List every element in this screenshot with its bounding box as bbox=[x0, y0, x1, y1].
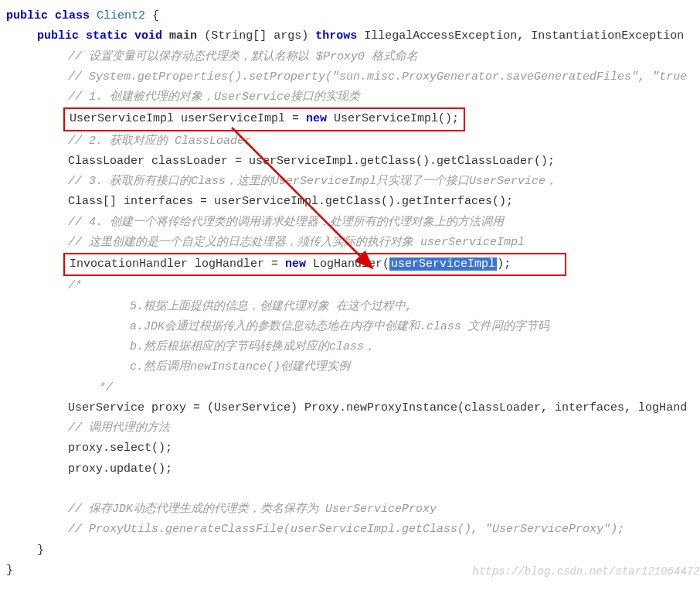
brace: } bbox=[6, 541, 700, 561]
keyword-public: public bbox=[6, 9, 48, 22]
code-line: proxy.select(); bbox=[6, 438, 700, 459]
code-line: ClassLoader classLoader = userServiceImp… bbox=[6, 152, 700, 172]
code-line: InvocationHandler logHandler = new LogHa… bbox=[6, 253, 700, 276]
comment: // 4. 创建一个将传给代理类的调用请求处理器，处理所有的代理对象上的方法调用 bbox=[6, 213, 700, 233]
code-line: public class Client2 { bbox=[6, 9, 159, 22]
comment: /* bbox=[6, 276, 700, 296]
brace: } bbox=[6, 564, 13, 577]
code-line: public static void main (String[] args) … bbox=[6, 26, 700, 46]
blank-line bbox=[6, 479, 700, 500]
comment: 5.根据上面提供的信息，创建代理对象 在这个过程中, bbox=[6, 297, 700, 317]
comment: // ProxyUtils.generateClassFile(userServ… bbox=[6, 520, 700, 540]
comment: // 这里创建的是一个自定义的日志处理器，须传入实际的执行对象 userServ… bbox=[6, 233, 700, 253]
highlight-box-2: InvocationHandler logHandler = new LogHa… bbox=[63, 253, 566, 276]
class-name: Client2 bbox=[97, 9, 145, 22]
watermark: https://blog.csdn.net/star1210644725 bbox=[473, 562, 700, 581]
code-line: UserService proxy = (UserService) Proxy.… bbox=[6, 398, 700, 418]
comment: // 调用代理的方法 bbox=[6, 418, 700, 438]
comment: c.然后调用newInstance()创建代理实例 bbox=[6, 357, 700, 377]
comment: a.JDK会通过根据传入的参数信息动态地在内存中创建和.class 文件同的字节… bbox=[6, 317, 700, 337]
code-line: Class[] interfaces = userServiceImpl.get… bbox=[6, 192, 700, 212]
comment: // 2. 获取对应的 ClassLoader bbox=[6, 131, 700, 152]
code-line: UserServiceImpl userServiceImpl = new Us… bbox=[6, 107, 700, 131]
comment: // 保存JDK动态代理生成的代理类，类名保存为 UserServiceProx… bbox=[6, 500, 700, 520]
comment: b.然后根据相应的字节码转换成对应的class， bbox=[6, 337, 700, 357]
keyword-class: class bbox=[55, 9, 90, 22]
comment: // 设置变量可以保存动态代理类，默认名称以 $Proxy0 格式命名 bbox=[6, 47, 700, 67]
comment: */ bbox=[6, 378, 700, 398]
comment: // 3. 获取所有接口的Class，这里的UserServiceImpl只实现… bbox=[6, 172, 700, 192]
highlight-box-1: UserServiceImpl userServiceImpl = new Us… bbox=[63, 107, 465, 131]
brace: { bbox=[152, 9, 159, 22]
comment: // System.getProperties().setProperty("s… bbox=[6, 67, 700, 87]
comment: // 1. 创建被代理的对象，UserService接口的实现类 bbox=[6, 87, 700, 107]
code-line: proxy.update(); bbox=[6, 459, 700, 479]
selected-text: userServiceImpl bbox=[389, 257, 497, 271]
